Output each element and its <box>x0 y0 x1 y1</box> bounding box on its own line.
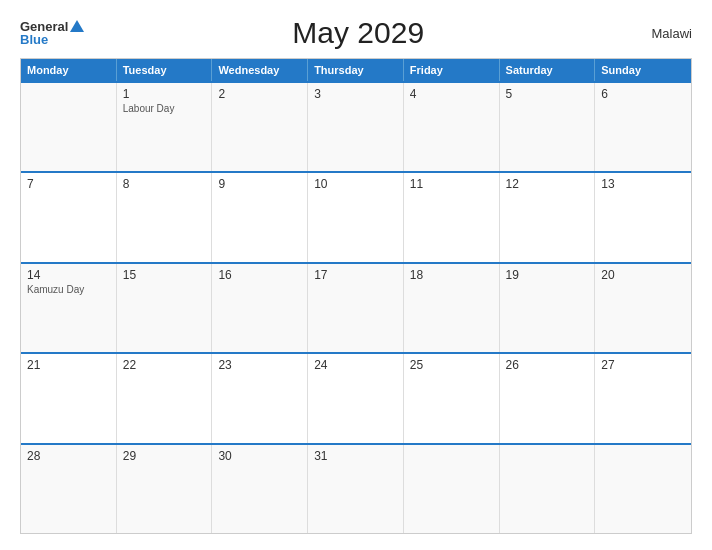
day-number: 20 <box>601 268 685 282</box>
cal-cell <box>500 445 596 533</box>
day-number: 9 <box>218 177 301 191</box>
cal-cell: 21 <box>21 354 117 442</box>
day-number: 31 <box>314 449 397 463</box>
page-header: General Blue May 2029 Malawi <box>20 16 692 50</box>
cal-cell <box>404 445 500 533</box>
cal-cell: 31 <box>308 445 404 533</box>
cal-cell: 13 <box>595 173 691 261</box>
col-saturday: Saturday <box>500 59 596 81</box>
day-number: 30 <box>218 449 301 463</box>
day-number: 2 <box>218 87 301 101</box>
day-number: 10 <box>314 177 397 191</box>
calendar-header: Monday Tuesday Wednesday Thursday Friday… <box>21 59 691 81</box>
cal-cell: 15 <box>117 264 213 352</box>
day-number: 8 <box>123 177 206 191</box>
day-number: 24 <box>314 358 397 372</box>
day-number: 13 <box>601 177 685 191</box>
col-monday: Monday <box>21 59 117 81</box>
cal-cell: 4 <box>404 83 500 171</box>
cal-cell: 30 <box>212 445 308 533</box>
logo: General Blue <box>20 20 84 46</box>
cal-cell: 2 <box>212 83 308 171</box>
calendar-week-4: 21222324252627 <box>21 352 691 442</box>
day-number: 12 <box>506 177 589 191</box>
calendar-week-1: 1Labour Day23456 <box>21 81 691 171</box>
cal-cell: 5 <box>500 83 596 171</box>
holiday-label: Kamuzu Day <box>27 284 110 295</box>
day-number: 25 <box>410 358 493 372</box>
day-number: 29 <box>123 449 206 463</box>
calendar-week-3: 14Kamuzu Day151617181920 <box>21 262 691 352</box>
day-number: 21 <box>27 358 110 372</box>
holiday-label: Labour Day <box>123 103 206 114</box>
calendar-page: General Blue May 2029 Malawi Monday Tues… <box>0 0 712 550</box>
col-tuesday: Tuesday <box>117 59 213 81</box>
col-thursday: Thursday <box>308 59 404 81</box>
cal-cell: 19 <box>500 264 596 352</box>
col-wednesday: Wednesday <box>212 59 308 81</box>
day-number: 28 <box>27 449 110 463</box>
cal-cell: 16 <box>212 264 308 352</box>
cal-cell: 9 <box>212 173 308 261</box>
cal-cell: 28 <box>21 445 117 533</box>
cal-cell: 23 <box>212 354 308 442</box>
cal-cell: 25 <box>404 354 500 442</box>
col-sunday: Sunday <box>595 59 691 81</box>
day-number: 14 <box>27 268 110 282</box>
cal-cell: 11 <box>404 173 500 261</box>
cal-cell: 22 <box>117 354 213 442</box>
cal-cell: 24 <box>308 354 404 442</box>
calendar-week-5: 28293031 <box>21 443 691 533</box>
calendar-body: 1Labour Day234567891011121314Kamuzu Day1… <box>21 81 691 533</box>
logo-blue-text: Blue <box>20 33 84 46</box>
calendar-grid: Monday Tuesday Wednesday Thursday Friday… <box>20 58 692 534</box>
day-number: 5 <box>506 87 589 101</box>
cal-cell: 17 <box>308 264 404 352</box>
calendar-week-2: 78910111213 <box>21 171 691 261</box>
day-number: 18 <box>410 268 493 282</box>
cal-cell <box>595 445 691 533</box>
cal-cell: 26 <box>500 354 596 442</box>
cal-cell: 14Kamuzu Day <box>21 264 117 352</box>
cal-cell: 1Labour Day <box>117 83 213 171</box>
col-friday: Friday <box>404 59 500 81</box>
cal-cell <box>21 83 117 171</box>
cal-cell: 29 <box>117 445 213 533</box>
cal-cell: 7 <box>21 173 117 261</box>
cal-cell: 12 <box>500 173 596 261</box>
day-number: 4 <box>410 87 493 101</box>
day-number: 6 <box>601 87 685 101</box>
day-number: 15 <box>123 268 206 282</box>
day-number: 1 <box>123 87 206 101</box>
cal-cell: 27 <box>595 354 691 442</box>
cal-cell: 20 <box>595 264 691 352</box>
day-number: 17 <box>314 268 397 282</box>
day-number: 23 <box>218 358 301 372</box>
cal-cell: 3 <box>308 83 404 171</box>
cal-cell: 8 <box>117 173 213 261</box>
day-number: 22 <box>123 358 206 372</box>
country-label: Malawi <box>632 26 692 41</box>
day-number: 26 <box>506 358 589 372</box>
cal-cell: 18 <box>404 264 500 352</box>
day-number: 19 <box>506 268 589 282</box>
page-title: May 2029 <box>84 16 632 50</box>
cal-cell: 10 <box>308 173 404 261</box>
logo-triangle-icon <box>70 20 84 32</box>
day-number: 27 <box>601 358 685 372</box>
day-number: 3 <box>314 87 397 101</box>
cal-cell: 6 <box>595 83 691 171</box>
day-number: 16 <box>218 268 301 282</box>
day-number: 7 <box>27 177 110 191</box>
day-number: 11 <box>410 177 493 191</box>
